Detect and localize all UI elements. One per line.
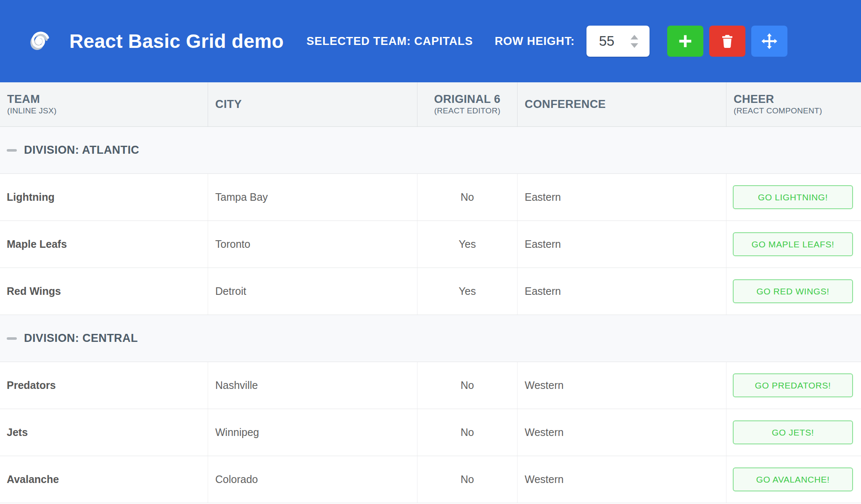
- table-row[interactable]: Maple Leafs Toronto Yes Eastern GO MAPLE…: [0, 221, 861, 268]
- conference-cell: Eastern: [517, 174, 726, 220]
- row-height-input[interactable]: [586, 33, 625, 50]
- collapse-icon[interactable]: [7, 337, 17, 340]
- selected-team-status: SELECTED TEAM:CAPITALS: [306, 35, 473, 48]
- cheer-cell: GO MAPLE LEAFS!: [726, 221, 861, 268]
- conference-cell: Eastern: [517, 221, 726, 268]
- stepper-up-icon[interactable]: [631, 35, 638, 39]
- column-header-team[interactable]: TEAM (INLINE JSX): [0, 82, 208, 126]
- column-header-conference[interactable]: CONFERENCE: [517, 82, 726, 126]
- column-label: CONFERENCE: [525, 98, 726, 111]
- conference-cell: Eastern: [517, 268, 726, 315]
- original6-cell: Yes: [417, 221, 517, 268]
- cheer-cell: GO AVALANCHE!: [726, 456, 861, 503]
- team-cell: Jets: [0, 409, 208, 456]
- city-cell: Detroit: [208, 268, 417, 315]
- cheer-cell: GO PREDATORS!: [726, 362, 861, 409]
- city-cell: Winnipeg: [208, 409, 417, 456]
- column-label: CHEER: [734, 93, 861, 106]
- conference-cell: Western: [517, 409, 726, 456]
- add-row-button[interactable]: [667, 26, 703, 57]
- original6-cell: No: [417, 409, 517, 456]
- team-cell: Lightning: [0, 174, 208, 220]
- table-row[interactable]: Avalanche Colorado No Western GO AVALANC…: [0, 456, 861, 503]
- city-cell: Colorado: [208, 456, 417, 503]
- division-label: DIVISION: ATLANTIC: [24, 144, 139, 157]
- city-cell: Nashville: [208, 362, 417, 409]
- column-header-cheer[interactable]: CHEER (REACT COMPONENT): [726, 82, 861, 126]
- conference-cell: Western: [517, 362, 726, 409]
- original6-cell: No: [417, 174, 517, 220]
- column-label: ORIGINAL 6: [434, 93, 500, 106]
- column-header-city[interactable]: CITY: [208, 82, 417, 126]
- cheer-button[interactable]: GO JETS!: [733, 420, 853, 444]
- grid-header-row: TEAM (INLINE JSX) CITY ORIGINAL 6 (REACT…: [0, 82, 861, 127]
- column-sublabel: (INLINE JSX): [7, 106, 208, 116]
- table-row[interactable]: Jets Winnipeg No Western GO JETS!: [0, 409, 861, 456]
- city-cell: Toronto: [208, 221, 417, 268]
- page-title: React Basic Grid demo: [69, 30, 284, 52]
- row-height-stepper: [586, 26, 650, 57]
- division-label: DIVISION: CENTRAL: [24, 332, 138, 345]
- division-row-atlantic[interactable]: DIVISION: ATLANTIC: [0, 127, 861, 174]
- team-cell: Red Wings: [0, 268, 208, 315]
- selected-team-label: SELECTED TEAM:: [306, 35, 411, 47]
- delete-row-button[interactable]: [709, 26, 745, 57]
- conference-cell: Western: [517, 456, 726, 503]
- team-cell: Avalanche: [0, 456, 208, 503]
- cheer-cell: GO RED WINGS!: [726, 268, 861, 315]
- stepper-down-icon[interactable]: [631, 43, 638, 48]
- column-sublabel: (REACT EDITOR): [434, 106, 501, 116]
- column-header-original6[interactable]: ORIGINAL 6 (REACT EDITOR): [417, 82, 517, 126]
- table-row[interactable]: Lightning Tampa Bay No Eastern GO LIGHTN…: [0, 174, 861, 221]
- data-grid: TEAM (INLINE JSX) CITY ORIGINAL 6 (REACT…: [0, 82, 861, 503]
- team-cell: Predators: [0, 362, 208, 409]
- original6-cell: No: [417, 362, 517, 409]
- table-row[interactable]: Red Wings Detroit Yes Eastern GO RED WIN…: [0, 268, 861, 315]
- original6-cell: Yes: [417, 268, 517, 315]
- row-height-label: ROW HEIGHT:: [495, 35, 575, 48]
- plus-icon: [677, 33, 693, 49]
- division-row-central[interactable]: DIVISION: CENTRAL: [0, 315, 861, 362]
- spiral-galaxy-icon: [22, 24, 56, 58]
- team-cell: Maple Leafs: [0, 221, 208, 268]
- table-row[interactable]: Predators Nashville No Western GO PREDAT…: [0, 362, 861, 409]
- cheer-button[interactable]: GO LIGHTNING!: [733, 185, 853, 209]
- column-label: TEAM: [7, 93, 208, 106]
- selected-team-value: CAPITALS: [414, 35, 473, 47]
- cheer-button[interactable]: GO RED WINGS!: [733, 279, 853, 303]
- collapse-icon[interactable]: [7, 149, 17, 152]
- column-label: CITY: [215, 98, 417, 111]
- cheer-button[interactable]: GO AVALANCHE!: [733, 467, 853, 491]
- cheer-button[interactable]: GO PREDATORS!: [733, 373, 853, 397]
- column-sublabel: (REACT COMPONENT): [734, 106, 861, 116]
- cheer-cell: GO LIGHTNING!: [726, 174, 861, 220]
- app-header: React Basic Grid demo SELECTED TEAM:CAPI…: [0, 0, 861, 82]
- move-row-button[interactable]: [751, 26, 787, 57]
- trash-icon: [720, 34, 735, 49]
- original6-cell: No: [417, 456, 517, 503]
- cheer-button[interactable]: GO MAPLE LEAFS!: [733, 232, 853, 256]
- move-arrows-icon: [761, 33, 778, 50]
- cheer-cell: GO JETS!: [726, 409, 861, 456]
- city-cell: Tampa Bay: [208, 174, 417, 220]
- stepper-arrows: [625, 35, 644, 48]
